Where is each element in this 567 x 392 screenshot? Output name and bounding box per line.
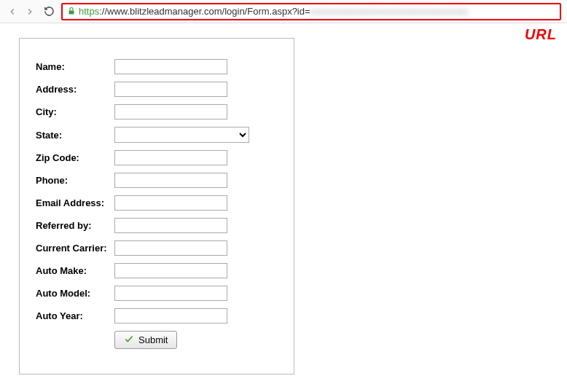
- state-select[interactable]: [114, 127, 249, 143]
- url-scheme: https: [79, 6, 99, 17]
- checkmark-icon: [124, 334, 134, 346]
- url-blurred-segment: xxxxxxxxxxxxxxxxxxxxxxxxxxxxx: [310, 6, 469, 17]
- lead-form-card: Name: Address: City: State: Zip Code: Ph…: [19, 38, 294, 375]
- name-label: Name:: [36, 61, 114, 72]
- form-row-phone: Phone:: [36, 173, 278, 188]
- form-row-carrier: Current Carrier:: [36, 240, 278, 256]
- address-field[interactable]: [114, 82, 227, 97]
- svg-rect-0: [69, 10, 74, 14]
- submit-label: Submit: [138, 334, 168, 345]
- autoyear-field[interactable]: [114, 308, 227, 324]
- form-row-automodel: Auto Model:: [36, 286, 278, 301]
- state-label: State:: [36, 130, 114, 141]
- automake-label: Auto Make:: [36, 265, 114, 276]
- address-label: Address:: [36, 84, 114, 95]
- city-field[interactable]: [114, 104, 227, 119]
- automodel-label: Auto Model:: [36, 288, 114, 299]
- city-label: City:: [36, 106, 114, 117]
- submit-button[interactable]: Submit: [114, 331, 177, 349]
- form-row-city: City:: [36, 104, 278, 119]
- form-row-email: Email Address:: [36, 195, 278, 211]
- autoyear-label: Auto Year:: [36, 310, 114, 321]
- form-row-state: State:: [36, 127, 278, 143]
- referred-field[interactable]: [114, 218, 227, 233]
- url-path: ://www.blitzleadmanager.com/login/Form.a…: [99, 6, 310, 17]
- url-annotation-label: URL: [525, 26, 557, 43]
- phone-label: Phone:: [36, 175, 114, 186]
- forward-button[interactable]: [23, 5, 36, 18]
- name-field[interactable]: [114, 59, 227, 74]
- zip-field[interactable]: [114, 150, 227, 165]
- form-row-name: Name:: [36, 59, 278, 74]
- url-text: https://www.blitzleadmanager.com/login/F…: [79, 6, 469, 17]
- browser-toolbar: https://www.blitzleadmanager.com/login/F…: [0, 0, 567, 23]
- url-bar[interactable]: https://www.blitzleadmanager.com/login/F…: [61, 3, 561, 20]
- automake-field[interactable]: [114, 263, 227, 278]
- automodel-field[interactable]: [114, 286, 227, 301]
- form-row-autoyear: Auto Year:: [36, 308, 278, 324]
- lock-icon: [67, 6, 76, 17]
- zip-label: Zip Code:: [36, 152, 114, 163]
- phone-field[interactable]: [114, 173, 227, 188]
- form-row-referred: Referred by:: [36, 218, 278, 233]
- referred-label: Referred by:: [36, 220, 114, 231]
- back-button[interactable]: [6, 5, 19, 18]
- refresh-button[interactable]: [42, 5, 55, 18]
- form-row-zip: Zip Code:: [36, 150, 278, 165]
- carrier-label: Current Carrier:: [36, 243, 114, 254]
- email-field[interactable]: [114, 195, 227, 211]
- form-row-automake: Auto Make:: [36, 263, 278, 278]
- email-label: Email Address:: [36, 197, 114, 208]
- carrier-field[interactable]: [114, 240, 227, 256]
- form-row-address: Address:: [36, 82, 278, 97]
